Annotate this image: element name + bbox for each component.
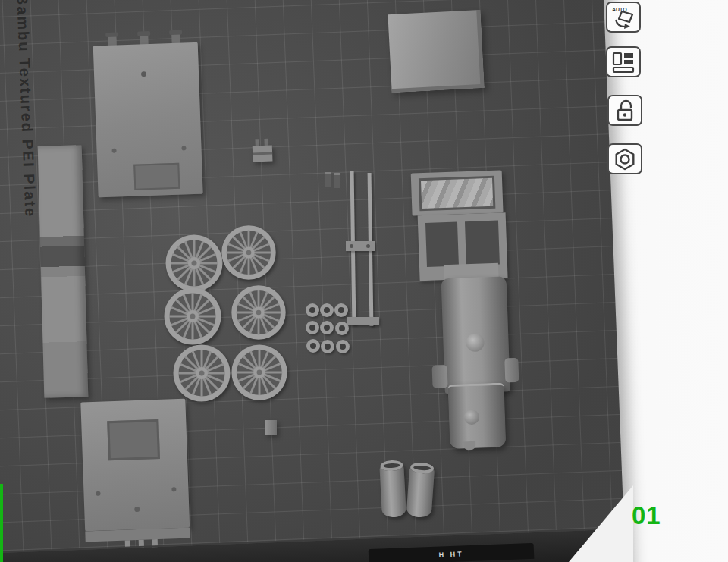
svg-text:AUTO: AUTO	[612, 7, 627, 12]
model-wheel-3[interactable]	[161, 284, 224, 348]
model-chassis-frame-bottom[interactable]	[80, 399, 193, 562]
model-cylinder-2[interactable]	[406, 463, 435, 518]
model-wheel-5[interactable]	[170, 341, 234, 405]
lock-button[interactable]	[607, 95, 642, 126]
model-boiler-and-cab[interactable]	[409, 167, 531, 453]
arrange-button[interactable]	[606, 46, 641, 77]
model-wheel-6[interactable]	[228, 341, 290, 403]
model-ring[interactable]	[321, 340, 334, 353]
model-roof-panel[interactable]	[388, 10, 484, 93]
nut-button[interactable]	[607, 143, 642, 174]
model-side-frame[interactable]	[38, 145, 89, 397]
model-cylinder-1[interactable]	[379, 460, 406, 518]
model-ring[interactable]	[306, 339, 320, 353]
auto-orient-button[interactable]: AUTO	[606, 2, 641, 33]
auto-orient-icon: AUTO	[610, 5, 636, 30]
model-ring[interactable]	[306, 321, 319, 334]
plate-number[interactable]: 01	[632, 501, 661, 530]
arrange-icon	[611, 50, 635, 74]
plate-label: Bambu Textured PEI Plate	[13, 0, 39, 218]
selected-plate-edge	[0, 484, 3, 562]
model-ring[interactable]	[306, 303, 319, 317]
slicer-plate-view: Bambu Textured PEI Plate	[0, 0, 728, 562]
lock-open-icon	[613, 99, 637, 123]
model-chassis-frame-top[interactable]	[93, 32, 206, 201]
model-small-block[interactable]	[265, 420, 277, 435]
model-wheel-4[interactable]	[228, 282, 289, 343]
model-coupling-rods[interactable]	[325, 170, 385, 333]
model-mounting-bracket[interactable]	[252, 139, 272, 164]
nut-icon	[613, 147, 637, 171]
model-ring[interactable]	[336, 340, 350, 353]
model-wheel-2[interactable]	[218, 222, 279, 283]
